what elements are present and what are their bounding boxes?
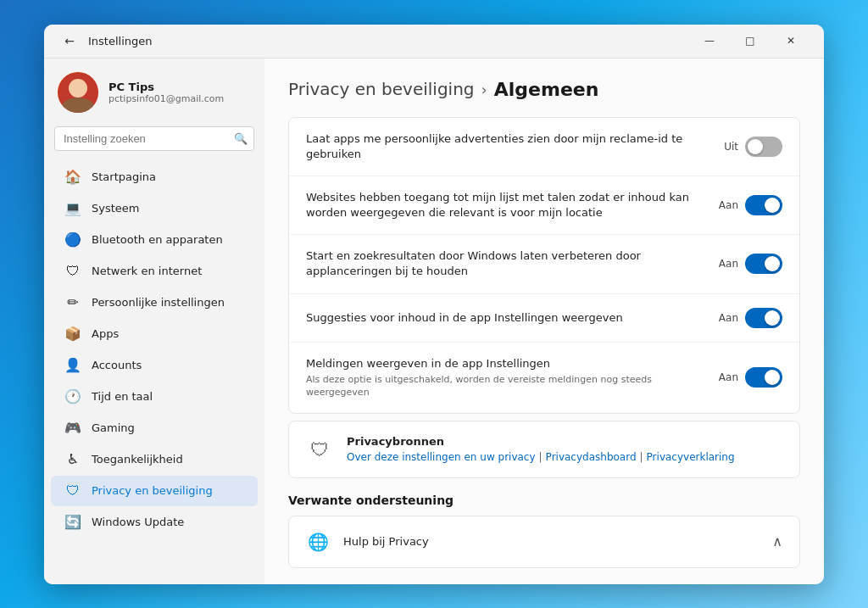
toggle-label-talen: Aan: [719, 199, 738, 211]
main-content: Privacy en beveiliging › Algemeen Laat a…: [264, 59, 824, 584]
toggle-zoekresultaten[interactable]: [745, 254, 782, 274]
privacy-shield-icon: 🛡: [306, 437, 333, 464]
sidebar-item-label-startpagina: Startpagina: [92, 170, 156, 183]
window-content: PC Tips pctipsinfo01@gmail.com 🔍 🏠 Start…: [44, 59, 824, 584]
sidebar-item-label-toegankelijkheid: Toegankelijkheid: [92, 453, 183, 466]
setting-row-talen: Websites hebben toegang tot mijn lijst m…: [289, 176, 799, 235]
privacy-resources-card: 🛡 Privacybronnen Over deze instellingen …: [288, 421, 800, 478]
accounts-icon: 👤: [64, 357, 81, 374]
support-label-hulp-privacy: Hulp bij Privacy: [343, 535, 759, 548]
search-icon: 🔍: [234, 132, 248, 145]
sidebar-item-update[interactable]: 🔄 Windows Update: [51, 507, 258, 538]
bluetooth-icon: 🔵: [64, 231, 81, 248]
toggle-area-meldingen: Aan: [719, 367, 782, 388]
toggle-area-zoekresultaten: Aan: [719, 254, 782, 274]
setting-row-meldingen: Meldingen weergeven in de app Instelling…: [289, 343, 799, 413]
sidebar-item-systeem[interactable]: 💻 Systeem: [51, 193, 258, 224]
toggle-reclame-id[interactable]: [745, 137, 782, 157]
sidebar-item-gaming[interactable]: 🎮 Gaming: [51, 413, 258, 443]
toggle-thumb-meldingen: [765, 370, 780, 385]
toggle-label-reclame-id: Uit: [720, 141, 738, 153]
setting-text-suggesties: Suggesties voor inhoud in de app Instell…: [306, 310, 709, 326]
apps-icon: 📦: [64, 326, 81, 343]
sidebar-item-label-persoonlijk: Persoonlijke instellingen: [92, 296, 225, 309]
toggle-suggesties[interactable]: [745, 308, 782, 328]
update-icon: 🔄: [64, 514, 81, 531]
setting-label-talen: Websites hebben toegang tot mijn lijst m…: [306, 191, 689, 219]
privacy-link-0[interactable]: Over deze instellingen en uw privacy: [347, 451, 536, 463]
profile-name: PC Tips: [108, 81, 224, 93]
avatar: [58, 72, 98, 113]
close-button[interactable]: ✕: [771, 27, 810, 54]
sidebar-item-accounts[interactable]: 👤 Accounts: [51, 350, 258, 381]
setting-text-meldingen: Meldingen weergeven in de app Instelling…: [306, 356, 709, 399]
systeem-icon: 💻: [64, 200, 81, 217]
profile-info: PC Tips pctipsinfo01@gmail.com: [108, 81, 224, 104]
search-box: 🔍: [54, 126, 254, 151]
privacy-icon: 🛡: [64, 482, 81, 499]
chevron-up-icon[interactable]: ∧: [772, 533, 782, 549]
toggle-label-zoekresultaten: Aan: [719, 258, 738, 270]
setting-row-zoekresultaten: Start en zoekresultaten door Windows lat…: [289, 235, 799, 293]
toegankelijkheid-icon: ♿: [64, 451, 81, 468]
toggle-area-suggesties: Aan: [719, 308, 782, 328]
toggle-thumb-talen: [765, 198, 780, 213]
privacy-resources-title: Privacybronnen: [347, 435, 735, 448]
window-controls: — □ ✕: [690, 27, 810, 54]
setting-text-zoekresultaten: Start en zoekresultaten door Windows lat…: [306, 248, 709, 279]
gaming-icon: 🎮: [64, 420, 81, 437]
privacy-link-sep-0: |: [539, 451, 542, 463]
setting-label-suggesties: Suggesties voor inhoud in de app Instell…: [306, 311, 623, 324]
window-title: Instellingen: [88, 35, 153, 47]
titlebar: ← Instellingen — □ ✕: [44, 25, 824, 59]
sidebar-item-label-accounts: Accounts: [92, 359, 142, 371]
sidebar-item-privacy[interactable]: 🛡 Privacy en beveiliging: [51, 476, 258, 506]
settings-window: ← Instellingen — □ ✕ PC Tips pctipsinfo0…: [44, 25, 824, 584]
sidebar-item-netwerk[interactable]: 🛡 Netwerk en internet: [51, 256, 258, 287]
startpagina-icon: 🏠: [64, 169, 81, 186]
netwerk-icon: 🛡: [64, 263, 81, 280]
toggle-meldingen[interactable]: [745, 367, 782, 388]
setting-label-meldingen: Meldingen weergeven in de app Instelling…: [306, 357, 550, 370]
sidebar-item-tijd[interactable]: 🕐 Tijd en taal: [51, 382, 258, 412]
toggle-area-reclame-id: Uit: [720, 137, 782, 157]
persoonlijk-icon: ✏️: [64, 294, 81, 311]
toggle-area-talen: Aan: [719, 195, 782, 215]
sidebar-item-label-gaming: Gaming: [92, 421, 135, 434]
sidebar-item-label-privacy: Privacy en beveiliging: [92, 484, 213, 497]
sidebar-item-apps[interactable]: 📦 Apps: [51, 319, 258, 349]
privacy-link-1[interactable]: Privacydashboard: [546, 451, 637, 463]
related-support-heading: Verwante ondersteuning: [288, 494, 800, 507]
setting-row-reclame-id: Laat apps me persoonlijke advertenties z…: [289, 118, 799, 176]
minimize-button[interactable]: —: [690, 27, 729, 54]
sidebar: PC Tips pctipsinfo01@gmail.com 🔍 🏠 Start…: [44, 59, 264, 584]
toggle-talen[interactable]: [745, 195, 782, 215]
privacy-text: Privacybronnen Over deze instellingen en…: [347, 435, 735, 463]
avatar-image: [58, 72, 98, 113]
setting-label-reclame-id: Laat apps me persoonlijke advertenties z…: [306, 132, 682, 160]
setting-label-zoekresultaten: Start en zoekresultaten door Windows lat…: [306, 249, 641, 277]
search-input[interactable]: [54, 126, 254, 151]
sidebar-item-bluetooth[interactable]: 🔵 Bluetooth en apparaten: [51, 225, 258, 255]
sidebar-item-startpagina[interactable]: 🏠 Startpagina: [51, 162, 258, 192]
setting-sub-text-meldingen: Als deze optie is uitgeschakeld, worden …: [306, 373, 709, 399]
maximize-button[interactable]: □: [731, 27, 770, 54]
privacy-link-2[interactable]: Privacyverklaring: [647, 451, 735, 463]
setting-row-suggesties: Suggesties voor inhoud in de app Instell…: [289, 294, 799, 343]
toggle-thumb-reclame-id: [748, 139, 763, 154]
support-card: 🌐 Hulp bij Privacy ∧: [288, 516, 800, 568]
nav-container: 🏠 Startpagina 💻 Systeem 🔵 Bluetooth en a…: [44, 161, 264, 538]
breadcrumb: Privacy en beveiliging › Algemeen: [288, 79, 800, 100]
settings-card: Laat apps me persoonlijke advertenties z…: [288, 117, 800, 414]
back-button[interactable]: ←: [58, 29, 81, 53]
sidebar-item-label-tijd: Tijd en taal: [92, 390, 153, 403]
privacy-links: Over deze instellingen en uw privacy | P…: [347, 451, 735, 463]
breadcrumb-current: Algemeen: [494, 79, 599, 100]
toggle-thumb-zoekresultaten: [765, 256, 780, 271]
sidebar-item-persoonlijk[interactable]: ✏️ Persoonlijke instellingen: [51, 287, 258, 318]
profile-email: pctipsinfo01@gmail.com: [108, 93, 224, 104]
support-row-hulp-privacy: 🌐 Hulp bij Privacy ∧: [289, 516, 799, 567]
sidebar-item-label-bluetooth: Bluetooth en apparaten: [92, 233, 223, 246]
breadcrumb-separator: ›: [481, 81, 487, 98]
sidebar-item-toegankelijkheid[interactable]: ♿ Toegankelijkheid: [51, 444, 258, 475]
